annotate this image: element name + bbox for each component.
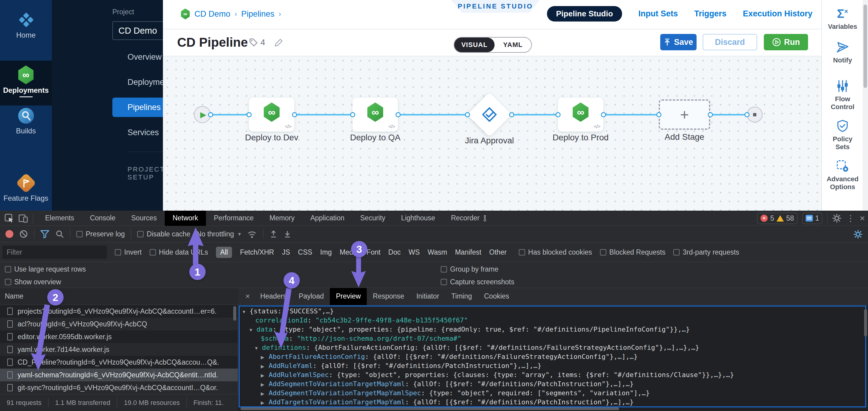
devtools-tab-security[interactable]: Security: [352, 211, 393, 226]
pipeline-canvas[interactable]: ▶ ∞ </> ∞ </> ∞ </>: [163, 56, 822, 211]
add-stage-button[interactable]: +: [659, 99, 710, 130]
devtools-tab-sources[interactable]: Sources: [123, 211, 164, 226]
blocked-requests-checkbox[interactable]: Blocked Requests: [600, 248, 665, 257]
request-row-selected[interactable]: yaml-schema?routingId=6_vVHzo9Qeu9fXvj-A…: [0, 369, 238, 381]
devtools-tab-console[interactable]: Console: [82, 211, 123, 226]
request-row[interactable]: editor.worker.0595db.worker.js: [0, 330, 238, 343]
request-row[interactable]: acl?routingId=6_vVHzo9Qeu9fXvj-AcbCQ: [0, 318, 238, 330]
toolbar-item-advanced-options[interactable]: Advanced Options: [822, 159, 863, 191]
checkbox[interactable]: [441, 279, 447, 285]
connector-port[interactable]: [555, 112, 561, 117]
settings-gear-icon[interactable]: [832, 214, 841, 223]
tab-execution-history[interactable]: Execution History: [743, 9, 813, 19]
device-toolbar-icon[interactable]: [18, 213, 28, 223]
inspect-element-icon[interactable]: [4, 213, 14, 223]
request-list-scrollbar[interactable]: [233, 306, 236, 321]
tree-toggle-icon[interactable]: ▶: [261, 382, 269, 387]
toolbar-item-policy-sets[interactable]: Policy Sets: [822, 119, 863, 151]
connector-port[interactable]: [708, 112, 713, 117]
save-button[interactable]: Save: [660, 34, 696, 50]
checkbox[interactable]: [5, 279, 11, 285]
filter-type-manifest[interactable]: Manifest: [455, 248, 481, 257]
discard-button[interactable]: Discard: [703, 34, 757, 50]
request-row[interactable]: CD_Pipeline?routingId=6_vVHzo9Qeu9fXvj-A…: [0, 356, 238, 369]
tree-toggle-icon[interactable]: ▼: [254, 346, 262, 351]
toolbar-item-variables[interactable]: Σ× Variables: [822, 5, 863, 31]
third-party-requests-checkbox[interactable]: 3rd-party requests: [673, 248, 739, 257]
hide-data-urls-checkbox[interactable]: Hide data URLs: [150, 248, 208, 257]
filter-type-ws[interactable]: WS: [408, 248, 420, 257]
checkbox[interactable]: [150, 249, 156, 256]
tree-toggle-icon[interactable]: ▶: [261, 391, 269, 397]
clear-network-log-icon[interactable]: [20, 230, 28, 238]
tab-triggers[interactable]: Triggers: [694, 9, 726, 19]
filter-type-font[interactable]: Font: [367, 248, 380, 257]
tree-toggle-icon[interactable]: ▶: [261, 373, 269, 378]
tree-toggle-icon[interactable]: ▶: [261, 355, 269, 360]
edit-pencil-icon[interactable]: [274, 38, 283, 47]
disable-cache-checkbox[interactable]: Disable cache: [137, 230, 190, 238]
tree-toggle-icon[interactable]: ▶: [261, 400, 269, 406]
checkbox[interactable]: [600, 249, 606, 256]
checkbox[interactable]: [115, 249, 121, 256]
preview-horizontal-scrollbar[interactable]: [241, 407, 619, 410]
checkbox[interactable]: [76, 231, 83, 237]
connector-port[interactable]: [208, 112, 213, 117]
connector-port[interactable]: [744, 112, 750, 117]
detail-tab-preview[interactable]: Preview: [330, 288, 367, 305]
project-setup-toggle[interactable]: PROJECT SETUP: [127, 166, 165, 181]
toolbar-item-flow-control[interactable]: Flow Control: [822, 80, 863, 111]
filter-type-fetch-xhr[interactable]: Fetch/XHR: [240, 248, 274, 257]
close-devtools-icon[interactable]: ×: [860, 213, 865, 224]
toggle-visual[interactable]: VISUAL: [454, 37, 495, 52]
close-detail-icon[interactable]: ×: [241, 292, 254, 301]
toolbar-item-notify[interactable]: Notify: [822, 40, 863, 64]
tree-toggle-icon[interactable]: ▶: [261, 364, 269, 369]
connector-port[interactable]: [350, 112, 355, 117]
devtools-tab-elements[interactable]: Elements: [37, 211, 82, 226]
request-row[interactable]: git-sync?routingId=6_vVHzo9Qeu9fXvj-AcbC…: [0, 381, 238, 394]
checkbox[interactable]: [137, 231, 144, 237]
devtools-tab-application[interactable]: Application: [303, 211, 352, 226]
detail-tab-timing[interactable]: Timing: [445, 288, 478, 305]
stage-deploy-to-dev[interactable]: ∞ </>: [249, 97, 294, 131]
kebab-menu-icon[interactable]: ⋮: [846, 213, 855, 224]
request-row[interactable]: projects?routingId=6_vVHzo9Qeu9fXvj-AcbC…: [0, 305, 238, 318]
tab-pipeline-studio[interactable]: Pipeline Studio: [547, 6, 622, 22]
devtools-tab-memory[interactable]: Memory: [262, 211, 303, 226]
connector-port[interactable]: [601, 112, 606, 117]
record-button[interactable]: [5, 230, 13, 238]
preview-vertical-scrollbar[interactable]: [864, 309, 867, 336]
page-scrollbar-thumb[interactable]: [864, 4, 867, 88]
filter-input[interactable]: [2, 245, 107, 259]
use-large-request-rows-checkbox[interactable]: Use large request rows: [5, 265, 86, 273]
name-column-header[interactable]: Name: [5, 292, 23, 300]
import-har-icon[interactable]: [270, 230, 277, 238]
devtools-tab-performance[interactable]: Performance: [206, 211, 262, 226]
filter-type-css[interactable]: CSS: [298, 248, 312, 257]
checkbox[interactable]: [673, 249, 680, 256]
filter-type-js[interactable]: JS: [282, 248, 290, 257]
detail-tab-payload[interactable]: Payload: [292, 288, 330, 305]
issues-badge[interactable]: 1: [802, 213, 823, 224]
devtools-tab-network[interactable]: Network: [165, 211, 206, 226]
checkbox[interactable]: [441, 266, 447, 272]
stage-deploy-to-prod[interactable]: ∞ </>: [558, 97, 603, 131]
has-blocked-cookies-checkbox[interactable]: Has blocked cookies: [519, 248, 592, 257]
console-errors-warnings-badge[interactable]: × 5 58: [757, 213, 797, 224]
request-row[interactable]: yaml.worker.7d144e.worker.js: [0, 343, 238, 356]
breadcrumb-project-link[interactable]: CD Demo: [194, 9, 230, 19]
detail-tab-cookies[interactable]: Cookies: [478, 288, 515, 305]
tab-input-sets[interactable]: Input Sets: [639, 9, 678, 19]
connector-port[interactable]: [509, 112, 514, 117]
pipeline-tags[interactable]: 4: [249, 37, 283, 47]
connector-port[interactable]: [465, 112, 470, 117]
connector-port[interactable]: [396, 112, 401, 117]
devtools-tab-lighthouse[interactable]: Lighthouse: [393, 211, 443, 226]
filter-type-img[interactable]: Img: [320, 248, 332, 257]
rail-item-home[interactable]: Home: [0, 11, 52, 39]
throttling-select[interactable]: No throttling ▾: [196, 230, 241, 238]
preserve-log-checkbox[interactable]: Preserve log: [76, 230, 125, 238]
stage-jira-approval[interactable]: [467, 92, 512, 137]
rail-item-feature-flags[interactable]: Feature Flags: [0, 176, 52, 203]
